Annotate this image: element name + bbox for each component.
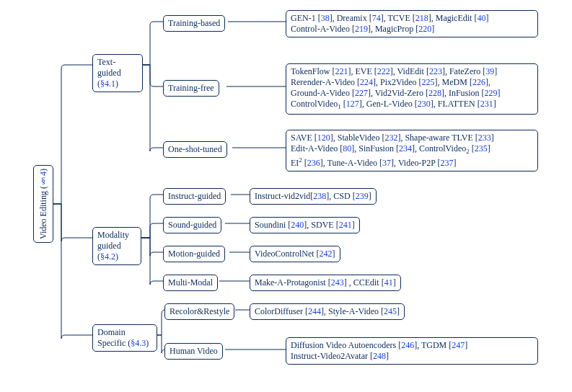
cat-modality-section: §4.2: [100, 251, 115, 262]
cat-domain-section: §4.3: [131, 338, 146, 348]
citation-number: 239: [356, 191, 369, 201]
method-name: Vid2Vid-Zero [: [375, 88, 428, 98]
citation-number: 234: [399, 143, 412, 153]
cat-text-tail: ): [115, 79, 118, 89]
sub-sound: Sound-guided: [163, 217, 221, 233]
method-name: MagicProp [: [375, 24, 418, 34]
method-name: SinFusion [: [358, 143, 399, 153]
method-name: Soundini [: [255, 220, 291, 230]
leaf-multi: Make-A-Protagonist [243] , CCEdit [41]: [250, 275, 401, 291]
method-name: Gen-L-Video [: [366, 99, 418, 109]
citation-number: 37: [382, 158, 391, 168]
citation-number: 221: [335, 66, 348, 76]
citation-number: 240: [291, 220, 304, 230]
leaf-one-shot: SAVE [120], StableVideo [232], Shape-awa…: [286, 130, 538, 172]
method-name: Ground-A-Video [: [291, 88, 355, 98]
sub-recolor: Recolor&Restyle: [164, 303, 234, 320]
citation-number: 38: [321, 13, 330, 23]
method-name: TCVE [: [387, 13, 415, 23]
citation-number: 225: [422, 77, 435, 87]
method-name: SDVE [: [311, 220, 338, 230]
citation-number: 230: [418, 99, 431, 109]
method-name: Diffusion Video Autoencoders [: [291, 340, 401, 350]
method-name: ControlVideo: [419, 143, 466, 153]
method-name: Make-A-Protagonist [: [255, 277, 331, 288]
cat-domain-tail: ): [146, 338, 149, 348]
citation-number: 218: [415, 13, 428, 23]
method-name: Instruct-Video2Avatar [: [291, 351, 373, 361]
method-name: InFusion [: [449, 88, 485, 98]
method-name: EI: [291, 158, 299, 168]
cat-modality-guided: Modality guided (§4.2): [92, 227, 141, 265]
citation-number: 74: [372, 13, 381, 23]
citation-number: 220: [418, 24, 431, 34]
method-name: MagicEdit [: [436, 13, 478, 23]
cat-domain-label: Domain Specific (: [97, 327, 131, 348]
citation-number: 219: [355, 24, 368, 34]
sub-one-shot: One-shot-tuned: [163, 141, 227, 158]
method-name: VidEdit [: [397, 66, 429, 76]
method-name: VideoControlNet [: [255, 249, 320, 259]
root-label: Video Editing (: [38, 186, 48, 239]
method-name: ColorDiffuser [: [255, 306, 308, 316]
sub-multi-modal: Multi-Modal: [163, 275, 218, 291]
method-name: MeDM [: [442, 77, 472, 87]
method-name: FateZero [: [449, 66, 485, 76]
method-name: SAVE [: [291, 133, 317, 143]
citation-number: 120: [317, 133, 330, 143]
method-name: Edit-A-Video [: [291, 143, 343, 153]
root-tail: ): [38, 169, 48, 172]
leaf-recolor: ColorDiffuser [244], Style-A-Video [245]: [250, 303, 405, 320]
method-name: ControlVideo: [291, 99, 338, 109]
citation-number: 41: [384, 277, 393, 288]
method-name: FLATTEN [: [438, 99, 480, 109]
cat-text-section: §4.1: [100, 79, 115, 89]
method-name: Rerender-A-Video [: [291, 77, 360, 87]
citation-number: 247: [452, 340, 465, 350]
citation-number: 242: [320, 249, 333, 259]
citation-number: 223: [429, 66, 442, 76]
method-name: Instruct-vid2vid[: [255, 191, 313, 201]
leaf-sound: Soundini [240], SDVE [241]: [250, 217, 360, 233]
citation-number: 229: [485, 88, 498, 98]
citation-number: 245: [384, 306, 397, 316]
method-name: Pix2Video [: [380, 77, 422, 87]
sub-training-free: Training-free: [163, 80, 219, 97]
method-name: Video-P2P [: [398, 158, 441, 168]
method-name: Style-A-Video [: [328, 306, 384, 316]
citation-number: 226: [472, 77, 485, 87]
sub-motion: Motion-guided: [163, 246, 225, 262]
citation-number: 237: [440, 158, 453, 168]
method-name: StableVideo [: [338, 133, 385, 143]
citation-number: 80: [343, 143, 351, 153]
citation-number: 40: [477, 13, 485, 23]
cat-modality-tail: ): [115, 251, 118, 262]
citation-number: 235: [475, 143, 488, 153]
citation-number: 127: [346, 99, 359, 109]
citation-number: 231: [480, 99, 493, 109]
method-name: Shape-aware TLVE [: [405, 133, 478, 143]
method-name: CCEdit [: [353, 277, 384, 288]
citation-number: 244: [308, 306, 321, 316]
citation-number: 222: [377, 66, 390, 76]
citation-number: 248: [373, 351, 386, 361]
citation-number: 243: [331, 277, 344, 288]
leaf-human: Diffusion Video Autoencoders [246], TGDM…: [286, 337, 538, 365]
method-name: Dreamix [: [337, 13, 372, 23]
method-name: CSD [: [333, 191, 355, 201]
leaf-motion: VideoControlNet [242]: [250, 246, 340, 262]
method-name: TokenFlow [: [291, 66, 335, 76]
citation-number: 236: [307, 158, 320, 168]
citation-number: 228: [428, 88, 441, 98]
citation-number: 241: [339, 220, 352, 230]
citation-number: 227: [355, 88, 368, 98]
root-section: §4: [38, 172, 48, 186]
citation-number: 39: [485, 66, 494, 76]
cat-domain-specific: Domain Specific (§4.3): [92, 324, 157, 352]
citation-number: 246: [401, 340, 414, 350]
method-name: Tune-A-Video [: [327, 158, 383, 168]
sub-training-based: Training-based: [163, 15, 225, 32]
citation-number: 224: [360, 77, 373, 87]
leaf-training-free: TokenFlow [221], EVE [222], VidEdit [223…: [286, 63, 538, 115]
sub-instruct: Instruct-guided: [163, 188, 226, 205]
